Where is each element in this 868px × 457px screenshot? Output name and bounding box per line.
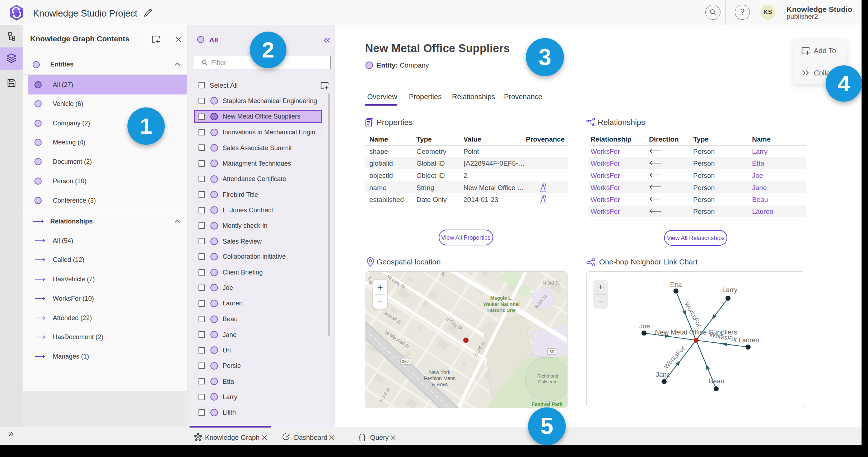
- svg-text:Historic Site: Historic Site: [487, 308, 516, 313]
- svg-text:New York: New York: [429, 369, 451, 375]
- svg-text:33: 33: [550, 350, 554, 354]
- svg-text:Fashion Mens: Fashion Mens: [424, 375, 456, 381]
- svg-text:250: 250: [402, 359, 409, 364]
- svg-text:Festival Park: Festival Park: [532, 401, 563, 407]
- svg-text:N 3rd St: N 3rd St: [542, 280, 560, 286]
- svg-text:Coliseum: Coliseum: [538, 379, 557, 384]
- svg-text:Larry: Larry: [722, 286, 738, 294]
- svg-text:Joe: Joe: [639, 322, 650, 330]
- svg-text:Walker National: Walker National: [484, 301, 520, 307]
- svg-text:Jane: Jane: [656, 371, 670, 378]
- svg-text:Beau: Beau: [709, 377, 724, 385]
- svg-text:Maggie L.: Maggie L.: [490, 295, 513, 301]
- svg-text:Lauren: Lauren: [738, 336, 759, 344]
- svg-text:& Boys: & Boys: [432, 382, 448, 387]
- svg-text:Richmond: Richmond: [537, 373, 559, 379]
- svg-text:Etta: Etta: [670, 281, 682, 288]
